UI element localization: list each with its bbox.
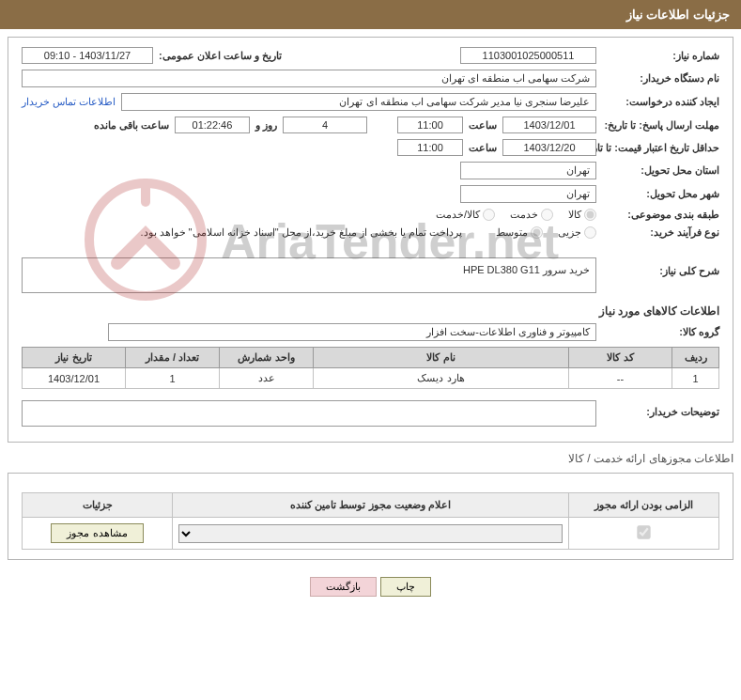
time-label-2: ساعت [469, 142, 497, 154]
back-button[interactable]: بازگشت [310, 577, 377, 597]
th-details: جزئیات [23, 493, 173, 518]
cell-code: -- [569, 368, 672, 389]
time-label-1: ساعت [469, 119, 497, 132]
th-row: ردیف [672, 348, 719, 368]
cat-service-radio[interactable] [541, 209, 553, 221]
th-mandatory: الزامی بودن ارائه مجوز [569, 493, 719, 518]
validity-date: 1403/12/20 [502, 139, 596, 156]
th-code: کد کالا [569, 348, 672, 368]
footer-actions: چاپ بازگشت [0, 568, 741, 612]
goods-info-title: اطلاعات کالاهای مورد نیاز [22, 304, 719, 318]
deadline-label: مهلت ارسال پاسخ: تا تاریخ: [602, 119, 719, 132]
announce-label: تاریخ و ساعت اعلان عمومی: [159, 50, 282, 62]
need-no-label: شماره نیاز: [602, 50, 719, 62]
permit-section-label: اطلاعات مجوزهای ارائه خدمت / کالا [8, 452, 733, 465]
cell-name: هارد دیسک [314, 368, 569, 389]
delivery-city-label: شهر محل تحویل: [602, 188, 719, 200]
remain-suffix-label: ساعت باقی مانده [94, 119, 169, 132]
cat-goods-radio[interactable] [584, 209, 596, 221]
deadline-date: 1403/12/01 [502, 117, 596, 133]
buyer-notes-box [22, 400, 596, 427]
pt-partial-radio[interactable] [584, 226, 596, 239]
pt-medium-radio[interactable] [531, 226, 543, 239]
cell-row: 1 [672, 368, 719, 389]
view-permit-button[interactable]: مشاهده مجوز [51, 523, 143, 543]
pt-note: پرداخت تمام یا بخشی از مبلغ خرید،از محل … [140, 226, 462, 239]
goods-group-value: کامپیوتر و فناوری اطلاعات-سخت افزار [108, 323, 596, 341]
mandatory-checkbox[interactable] [637, 525, 650, 538]
goods-table: ردیف کد کالا نام کالا واحد شمارش تعداد /… [22, 347, 719, 389]
validity-label: حداقل تاریخ اعتبار قیمت: تا تاریخ: [602, 141, 719, 154]
days-remaining: 4 [283, 117, 367, 133]
th-need-date: تاریخ نیاز [23, 348, 126, 368]
pt-medium-label: متوسط [496, 226, 528, 239]
deadline-time: 11:00 [397, 117, 463, 133]
permit-panel: الزامی بودن ارائه مجوز اعلام وضعیت مجوز … [8, 473, 733, 560]
cell-need_date: 1403/12/01 [23, 368, 126, 389]
status-select[interactable] [178, 524, 563, 543]
th-name: نام کالا [314, 348, 569, 368]
cat-service-label: خدمت [510, 209, 538, 221]
buyer-notes-label: توضیحات خریدار: [602, 400, 719, 418]
panel-title: جزئیات اطلاعات نیاز [0, 0, 741, 29]
cell-qty: 1 [126, 368, 220, 389]
cell-unit: عدد [220, 368, 314, 389]
validity-time: 11:00 [397, 139, 463, 156]
need-details-panel: AriaTender.net شماره نیاز: 1103001025000… [8, 37, 733, 443]
buyer-contact-link[interactable]: اطلاعات تماس خریدار [22, 96, 116, 108]
delivery-city-value: تهران [460, 185, 596, 203]
pt-partial-label: جزیی [558, 226, 581, 239]
permit-table: الزامی بودن ارائه مجوز اعلام وضعیت مجوز … [22, 492, 719, 550]
table-row: 1--هارد دیسکعدد11403/12/01 [23, 368, 719, 389]
cat-goods-service-label: کالا/خدمت [436, 209, 480, 221]
watermark: AriaTender.net [52, 155, 690, 324]
cat-goods-service-radio[interactable] [483, 209, 495, 221]
requester-value: علیرضا سنجری نیا مدیر شرکت سهامی اب منطق… [121, 93, 596, 111]
cat-goods-label: کالا [568, 209, 581, 221]
th-qty: تعداد / مقدار [126, 348, 220, 368]
print-button[interactable]: چاپ [380, 577, 431, 597]
goods-group-label: گروه کالا: [602, 326, 719, 338]
days-and-label: روز و [255, 119, 277, 132]
announce-value: 1403/11/27 - 09:10 [22, 47, 153, 64]
buyer-org-value: شرکت سهامی اب منطقه ای تهران [22, 70, 596, 87]
need-no-value: 1103001025000511 [460, 47, 596, 64]
permit-row: مشاهده مجوز [23, 518, 719, 550]
delivery-prov-label: استان محل تحویل: [602, 164, 719, 177]
hms-remaining: 01:22:46 [175, 117, 250, 133]
delivery-prov-value: تهران [460, 162, 596, 179]
buyer-org-label: نام دستگاه خریدار: [602, 72, 719, 85]
subject-cat-label: طبقه بندی موضوعی: [602, 209, 719, 221]
th-unit: واحد شمارش [220, 348, 314, 368]
th-declare: اعلام وضعیت مجوز توسط تامین کننده [173, 493, 569, 518]
requester-label: ایجاد کننده درخواست: [602, 96, 719, 108]
overall-desc-value: خرید سرور HPE DL380 G11 [22, 257, 596, 293]
overall-desc-label: شرح کلی نیاز: [602, 257, 719, 277]
purchase-type-label: نوع فرآیند خرید: [602, 226, 719, 239]
